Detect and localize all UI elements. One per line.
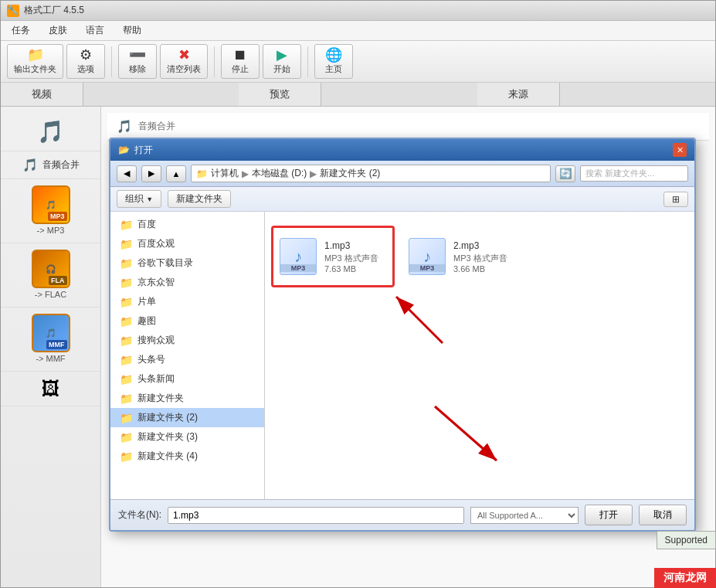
music-note-icon-2: ♪ — [423, 248, 431, 266]
menu-help[interactable]: 帮助 — [118, 22, 146, 39]
folder-sougou[interactable]: 📁 搜狗众观 — [110, 331, 264, 350]
arrow-up-annotation — [381, 281, 458, 359]
up-button[interactable]: ▲ — [166, 165, 186, 182]
watermark: 河南龙网 — [654, 568, 716, 588]
start-button[interactable]: ▶ 开始 — [263, 44, 301, 79]
app-icon: 🔧 — [7, 5, 19, 17]
folder-baidu-zhongguan[interactable]: 📁 百度众观 — [110, 234, 264, 253]
folder-label-google: 谷歌下载目录 — [137, 257, 193, 270]
menu-language[interactable]: 语言 — [81, 22, 109, 39]
folder-label-pianshan: 片单 — [137, 295, 156, 308]
dialog-close-button[interactable]: ✕ — [673, 143, 687, 157]
tab-spacer — [83, 83, 239, 106]
folder-toutiao-news[interactable]: 📁 头条新闻 — [110, 369, 264, 389]
arrow-down-annotation — [419, 399, 512, 476]
audio-merge-top-label: 音频合并 — [138, 120, 175, 133]
mp3-icon-label-2: MP3 — [409, 264, 445, 272]
tab-preview[interactable]: 预览 — [239, 83, 321, 106]
forward-button[interactable]: ▶ — [141, 165, 161, 182]
dialog-body: 📁 百度 📁 百度众观 📁 谷歌下载目录 — [110, 212, 694, 499]
search-placeholder: 搜索 新建文件夹... — [585, 168, 654, 178]
folder-label-toutiao-news: 头条新闻 — [137, 372, 175, 386]
sidebar-audio-merge-section[interactable]: 🎵 音频合并 — [1, 151, 100, 179]
file-size-1mp3: 7.63 MB — [324, 264, 386, 274]
filename-input[interactable] — [168, 507, 464, 524]
folder-icon-quto: 📁 — [120, 315, 133, 328]
view-toggle-button[interactable]: ⊞ — [663, 192, 688, 207]
file-size-2mp3: 3.66 MB — [453, 264, 517, 274]
folder-toutiao[interactable]: 📁 头条号 — [110, 350, 264, 369]
menu-bar: 任务 皮肤 语言 帮助 — [1, 21, 715, 41]
folder-jd[interactable]: 📁 京东众智 — [110, 273, 264, 292]
home-label: 主页 — [325, 63, 342, 75]
start-icon: ▶ — [277, 48, 287, 62]
separator-3 — [307, 46, 308, 77]
sidebar-mmf-section[interactable]: 🎵 MMF -> MMF — [1, 308, 100, 372]
separator-2 — [214, 46, 215, 77]
tab-video[interactable]: 视频 — [1, 83, 83, 106]
folder-google[interactable]: 📁 谷歌下载目录 — [110, 253, 264, 273]
folder-baidu[interactable]: 📁 百度 — [110, 215, 264, 234]
back-icon: ◀ — [124, 168, 130, 178]
new-folder-button[interactable]: 新建文件夹 — [168, 190, 231, 208]
tab-source[interactable]: 来源 — [477, 83, 560, 106]
dialog-toolbar: 组织 ▼ 新建文件夹 ⊞ — [110, 187, 694, 212]
svg-line-3 — [435, 406, 497, 461]
folder-icon-new-3: 📁 — [120, 431, 133, 444]
menu-skin[interactable]: 皮肤 — [44, 22, 72, 39]
file-item-1mp3[interactable]: ♪ MP3 1.mp3 MP3 格式声音 7.63 MB — [271, 226, 395, 287]
output-folder-button[interactable]: 📁 输出文件夹 — [7, 44, 63, 79]
stop-button[interactable]: ⏹ 停止 — [221, 44, 260, 79]
sidebar: 🎵 🎵 音频合并 🎵 MP3 -> MP3 🎧 FLA — [1, 107, 101, 587]
folder-pianshan[interactable]: 📁 片单 — [110, 292, 264, 311]
folder-new-4[interactable]: 📁 新建文件夹 (4) — [110, 447, 264, 466]
dialog-address-bar: ◀ ▶ ▲ 📁 计算机 ▶ 本地磁盘 (D:) — [110, 161, 694, 187]
folder-new[interactable]: 📁 新建文件夹 — [110, 389, 264, 408]
organize-button[interactable]: 组织 ▼ — [117, 190, 161, 208]
clear-icon: ✖ — [178, 48, 190, 62]
file-icon-1mp3: ♪ MP3 — [280, 238, 317, 275]
file-type-1mp3: MP3 格式声音 — [324, 253, 386, 264]
folder-icon-baidu: 📁 — [120, 219, 133, 231]
main-content: 🎵 🎵 音频合并 🎵 MP3 -> MP3 🎧 FLA — [1, 107, 715, 587]
dialog-overlay: 📂 打开 ✕ ◀ ▶ ▲ — [109, 138, 715, 587]
refresh-button[interactable]: 🔄 — [555, 165, 575, 182]
toolbar: 📁 输出文件夹 ⚙ 选项 ➖ 移除 ✖ 清空列表 ⏹ 停止 ▶ 开始 🌐 主页 — [1, 41, 715, 83]
folder-icon: 📁 — [27, 48, 44, 62]
remove-icon: ➖ — [129, 48, 146, 62]
content-area: 🎵 音频合并 📂 打开 ✕ ◀ — [101, 107, 715, 587]
folder-label-new-4: 新建文件夹 (4) — [137, 450, 198, 463]
file-info-2mp3: 2.mp3 MP3 格式声音 3.66 MB — [453, 240, 517, 274]
folder-icon-toutiao: 📁 — [120, 354, 133, 366]
sidebar-mp3-section[interactable]: 🎵 MP3 -> MP3 — [1, 179, 100, 243]
menu-task[interactable]: 任务 — [7, 22, 35, 39]
options-button[interactable]: ⚙ 选项 — [66, 44, 105, 79]
app-window: 🔧 格式工厂 4.5.5 任务 皮肤 语言 帮助 📁 输出文件夹 ⚙ 选项 ➖ … — [0, 0, 716, 588]
search-box[interactable]: 搜索 新建文件夹... — [580, 165, 688, 182]
home-button[interactable]: 🌐 主页 — [314, 44, 353, 79]
folder-new-3[interactable]: 📁 新建文件夹 (3) — [110, 427, 264, 447]
separator-1 — [111, 46, 112, 77]
mp3-icon-label: MP3 — [280, 264, 316, 272]
sidebar-flac-section[interactable]: 🎧 FLA -> FLAC — [1, 243, 100, 308]
filename-label: 文件名(N): — [118, 508, 161, 522]
clear-list-button[interactable]: ✖ 清空列表 — [160, 44, 208, 79]
start-label: 开始 — [273, 63, 290, 75]
dialog-title-icon: 📂 — [118, 144, 130, 155]
remove-button[interactable]: ➖ 移除 — [118, 44, 157, 79]
watermark-text: 河南龙网 — [663, 571, 707, 583]
folder-icon-new-2: 📁 — [120, 412, 133, 424]
folder-icon-toutiao-news: 📁 — [120, 373, 133, 386]
folder-quto[interactable]: 📁 趣图 — [110, 311, 264, 331]
cancel-button[interactable]: 取消 — [639, 505, 687, 525]
folder-icon-new-4: 📁 — [120, 450, 133, 463]
forward-icon: ▶ — [148, 168, 154, 178]
filetype-select[interactable]: All Supported A... — [470, 507, 579, 524]
folder-label-sougou: 搜狗众观 — [137, 334, 175, 347]
folder-new-2[interactable]: 📁 新建文件夹 (2) — [110, 408, 264, 427]
up-icon: ▲ — [172, 169, 181, 178]
back-button[interactable]: ◀ — [117, 165, 137, 182]
file-item-2mp3[interactable]: ♪ MP3 2.mp3 MP3 格式声音 3.66 MB — [401, 226, 524, 287]
address-path: 📁 计算机 ▶ 本地磁盘 (D:) ▶ 新建文件夹 (2) — [191, 165, 551, 182]
open-button[interactable]: 打开 — [585, 505, 633, 525]
